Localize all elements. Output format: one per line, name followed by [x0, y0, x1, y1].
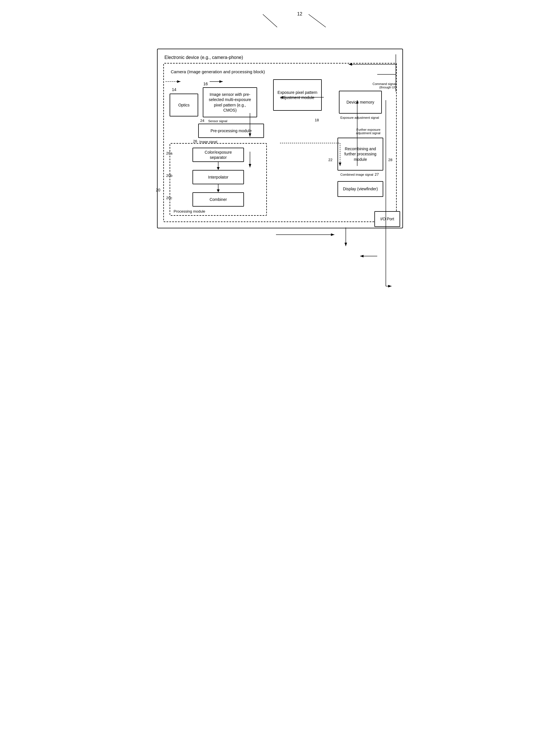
exposure-pixel-box: Exposure pixel pattern adjustment module: [273, 79, 322, 111]
svg-marker-5: [217, 190, 220, 192]
display-label: Display (viewfinder): [343, 186, 378, 192]
io-port-label: I/O Port: [380, 216, 394, 221]
main-layout: 14 Optics 16 Image sensor with pre-selec…: [170, 79, 390, 216]
process-steps: 20a Color/exposure separator: [174, 148, 262, 207]
diagram-container: 10 12 Electronic device (e.g., camera-ph…: [157, 11, 403, 227]
ref-28: 28: [388, 158, 392, 162]
svg-line-1: [309, 14, 326, 27]
io-port-box: I/O Port: [374, 211, 400, 227]
svg-marker-3: [217, 167, 220, 170]
recombining-label: Recombining and further processing modul…: [341, 146, 379, 162]
combiner-label: Combiner: [210, 197, 227, 202]
ref-18: 18: [315, 118, 319, 122]
ref-20b: 20b: [166, 173, 172, 178]
color-separator-box: Color/exposure separator: [192, 148, 244, 162]
camera-label: Camera (Image generation and processing …: [170, 69, 390, 74]
camera-block-box: Camera (Image generation and processing …: [163, 63, 397, 222]
ref-24: 24: [200, 118, 204, 123]
further-exposure-label: Further exposure adjustment signal: [340, 128, 380, 135]
interpolator-label: Interpolator: [208, 174, 228, 180]
ref-20c: 20c: [166, 196, 172, 200]
image-sensor-label: Image sensor with pre-selected multi-exp…: [207, 92, 253, 113]
sensor-signal-label: Sensor signal: [208, 119, 227, 123]
optics-label: Optics: [178, 102, 189, 108]
left-col: 14 Optics 16 Image sensor with pre-selec…: [170, 79, 328, 216]
ref-22: 22: [328, 158, 332, 162]
optics-box: Optics: [170, 94, 198, 116]
electronic-device-label: Electronic device (e.g., camera-phone): [163, 55, 397, 60]
combiner-box: Combiner: [192, 192, 244, 207]
display-box: Display (viewfinder): [337, 181, 383, 197]
right-col: Command signal (through UI) Device memor…: [328, 79, 390, 216]
exposure-adjustment-label: Exposure adjustment signal: [340, 116, 380, 119]
preprocessing-label: Pre-processing module: [211, 128, 252, 134]
processing-module-dashed: 20a Color/exposure separator: [170, 143, 267, 216]
color-separator-label: Color/exposure separator: [197, 150, 240, 160]
image-sensor-box: Image sensor with pre-selected multi-exp…: [203, 87, 257, 117]
recombining-box: Recombining and further processing modul…: [337, 138, 383, 170]
svg-line-0: [263, 14, 277, 27]
ref-10: 10: [254, 0, 260, 1]
preprocessing-box: Pre-processing module: [198, 124, 264, 138]
ref-16: 16: [203, 82, 208, 86]
combined-image-label: Combined image signal 27: [340, 172, 380, 176]
ref-20a: 20a: [166, 151, 172, 155]
device-memory-label: Device memory: [346, 100, 374, 105]
electronic-device-box: Electronic device (e.g., camera-phone) C…: [157, 49, 403, 228]
device-memory-box: Device memory: [339, 91, 382, 114]
ref-12: 12: [297, 11, 302, 16]
exposure-pixel-label: Exposure pixel pattern adjustment module: [277, 90, 318, 100]
ref-14: 14: [172, 87, 176, 92]
command-signal-label: Command signal (through UI): [371, 82, 396, 89]
interpolator-box: Interpolator: [192, 170, 244, 184]
ref-26: 26: [193, 139, 197, 143]
ref-27: 27: [375, 172, 379, 176]
ref-20: 20: [156, 188, 160, 192]
